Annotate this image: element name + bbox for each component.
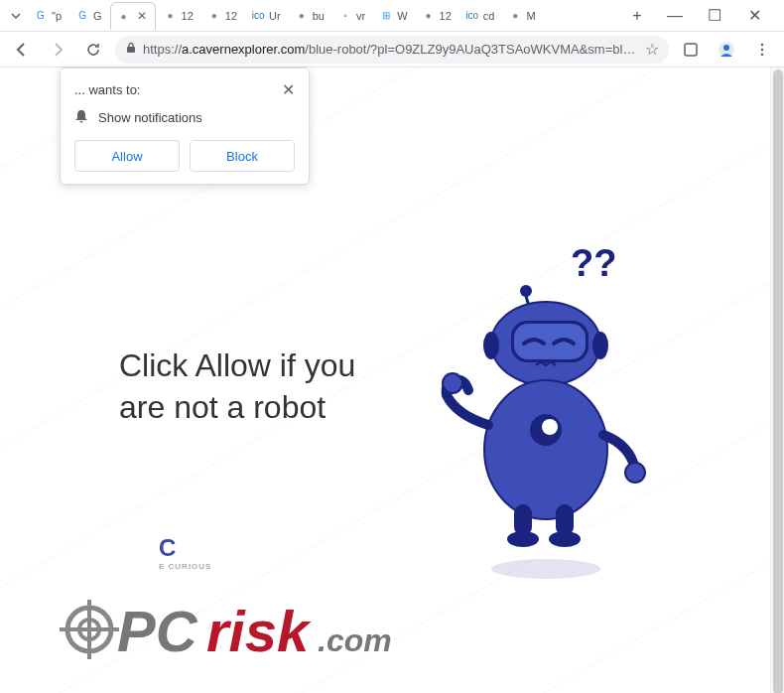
browser-tab[interactable]: icocd xyxy=(459,2,501,30)
scrollbar-thumb[interactable] xyxy=(773,69,783,693)
tab-favicon-icon: G xyxy=(75,9,89,23)
lock-icon xyxy=(125,42,137,57)
bell-icon xyxy=(74,109,88,126)
permission-buttons: Allow Block xyxy=(74,140,295,172)
pcrisk-watermark-logo: PC risk .com xyxy=(60,590,437,673)
profile-avatar-icon[interactable] xyxy=(713,36,740,64)
browser-tab[interactable]: ●M xyxy=(502,2,541,30)
tab-title: M xyxy=(526,10,535,22)
main-heading: Click Allow if you are not a robot xyxy=(119,346,377,428)
close-icon[interactable]: ✕ xyxy=(282,80,295,99)
tab-title: 12 xyxy=(182,10,194,22)
address-bar[interactable]: https://a.cavernexplorer.com/blue-robot/… xyxy=(115,36,669,64)
tab-favicon-icon: ● xyxy=(295,9,309,23)
browser-tab[interactable]: ●12 xyxy=(416,2,457,30)
tab-favicon-icon: ● xyxy=(207,9,221,23)
url-path: /blue-robot/?pl=O9ZLZ9y9AUaQ3TSAoWKVMA&s… xyxy=(305,42,639,57)
allow-button[interactable]: Allow xyxy=(74,140,180,172)
tab-favicon-icon: G xyxy=(34,9,48,23)
svg-rect-0 xyxy=(127,47,135,53)
menu-icon[interactable] xyxy=(748,36,776,64)
svg-point-22 xyxy=(507,531,539,547)
svg-point-7 xyxy=(520,285,532,297)
svg-point-6 xyxy=(761,53,764,56)
browser-toolbar: https://a.cavernexplorer.com/blue-robot/… xyxy=(0,32,784,68)
svg-point-5 xyxy=(761,48,764,51)
svg-point-19 xyxy=(443,373,462,393)
svg-point-3 xyxy=(723,45,729,51)
robot-illustration: ?? xyxy=(397,236,675,584)
block-button[interactable]: Block xyxy=(190,140,295,172)
permission-body-text: Show notifications xyxy=(98,110,202,125)
site-logo-subtitle: E CURIOUS xyxy=(159,562,211,571)
tab-favicon-icon: ico xyxy=(251,9,265,23)
svg-rect-1 xyxy=(685,44,697,56)
tab-search-dropdown[interactable] xyxy=(4,11,28,21)
tab-close-icon[interactable]: ✕ xyxy=(135,9,149,23)
tab-favicon-icon: ico xyxy=(465,9,479,23)
tab-favicon-icon: ● xyxy=(164,9,178,23)
window-controls: — ☐ ✕ xyxy=(649,4,780,28)
tab-title: 12 xyxy=(440,10,452,22)
browser-tab[interactable]: ●✕ xyxy=(110,2,156,30)
reload-button[interactable] xyxy=(79,36,107,64)
tab-favicon-icon: ⊞ xyxy=(379,9,393,23)
browser-tab[interactable]: ●12 xyxy=(158,2,199,30)
back-button[interactable] xyxy=(8,36,36,64)
browser-tab[interactable]: ▪vr xyxy=(332,2,371,30)
browser-tab[interactable]: ●bu xyxy=(289,2,330,30)
svg-point-20 xyxy=(625,463,645,483)
question-marks-icon: ?? xyxy=(571,242,616,284)
forward-button[interactable] xyxy=(44,36,71,64)
url-text: https://a.cavernexplorer.com/blue-robot/… xyxy=(143,42,639,57)
tab-title: Ur xyxy=(269,10,281,22)
svg-text:.com: .com xyxy=(318,623,392,658)
window-titlebar: G"pGG●✕●12●12icoUr●bu▪vr⊞W●12icocd●M + —… xyxy=(0,0,784,32)
maximize-button[interactable]: ☐ xyxy=(701,4,728,28)
site-logo-letter: C xyxy=(159,534,176,561)
notification-permission-dialog: ... wants to: ✕ Show notifications Allow… xyxy=(60,68,310,185)
minimize-button[interactable]: — xyxy=(661,4,689,28)
permission-header: ... wants to: ✕ xyxy=(74,80,295,99)
tab-favicon-icon: ● xyxy=(422,9,436,23)
tab-title: bu xyxy=(313,10,325,22)
site-logo: C E CURIOUS xyxy=(159,534,211,571)
browser-tab[interactable]: icoUr xyxy=(245,2,287,30)
new-tab-button[interactable]: + xyxy=(625,4,649,28)
svg-point-25 xyxy=(491,559,600,579)
tab-favicon-icon: ▪ xyxy=(338,9,352,23)
url-scheme: https:// xyxy=(143,42,182,57)
permission-title: ... wants to: xyxy=(74,82,140,97)
svg-point-4 xyxy=(761,43,764,46)
svg-point-14 xyxy=(592,332,608,359)
tabs-row: G"pGG●✕●12●12icoUr●bu▪vr⊞W●12icocd●M xyxy=(28,0,625,31)
browser-tab[interactable]: G"p xyxy=(28,2,67,30)
url-host: a.cavernexplorer.com xyxy=(182,42,305,57)
tab-title: 12 xyxy=(225,10,237,22)
svg-point-13 xyxy=(483,332,499,359)
tab-title: W xyxy=(397,10,407,22)
svg-text:PC: PC xyxy=(117,599,198,663)
tab-title: cd xyxy=(483,10,495,22)
svg-text:risk: risk xyxy=(206,599,312,663)
svg-point-24 xyxy=(549,531,581,547)
tab-title: vr xyxy=(356,10,365,22)
browser-tab[interactable]: GG xyxy=(69,2,108,30)
scrollbar[interactable] xyxy=(770,68,784,693)
tab-title: G xyxy=(93,10,102,22)
svg-point-18 xyxy=(542,419,558,435)
browser-tab[interactable]: ●12 xyxy=(201,2,243,30)
permission-body: Show notifications xyxy=(74,109,295,126)
close-window-button[interactable]: ✕ xyxy=(740,4,768,28)
extensions-icon[interactable] xyxy=(677,36,705,64)
tab-favicon-icon: ● xyxy=(508,9,522,23)
tab-favicon-icon: ● xyxy=(117,9,131,23)
browser-tab[interactable]: ⊞W xyxy=(373,2,413,30)
tab-title: "p xyxy=(52,10,62,22)
bookmark-star-icon[interactable]: ☆ xyxy=(645,40,659,59)
